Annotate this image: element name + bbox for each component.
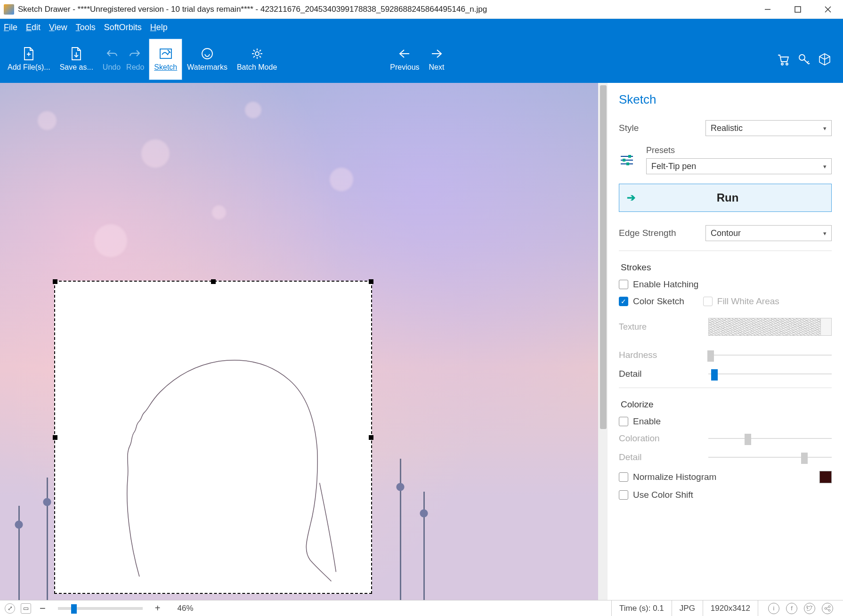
status-format: JPG <box>672 600 703 616</box>
maximize-button[interactable] <box>783 0 813 19</box>
sidebar-panel: Sketch Style Realistic ▾ Presets Felt-Ti… <box>608 83 843 600</box>
sketch-label: Sketch <box>154 63 177 72</box>
style-select[interactable]: Realistic ▾ <box>705 120 832 136</box>
toolbar: Add File(s)... Save as... Undo Redo Sket… <box>0 36 843 83</box>
batch-button[interactable]: Batch Mode <box>232 39 282 80</box>
svg-point-18 <box>828 609 830 611</box>
info-icon[interactable]: i <box>768 603 779 614</box>
facebook-icon[interactable]: f <box>786 603 797 614</box>
enable-hatching-checkbox[interactable] <box>619 280 628 289</box>
menu-tools[interactable]: Tools <box>76 23 96 32</box>
cube-icon[interactable] <box>818 52 832 66</box>
undo-label: Undo <box>103 63 121 72</box>
color-shift-label: Use Color Shift <box>633 490 693 500</box>
add-file-icon <box>22 47 36 61</box>
svg-rect-13 <box>623 159 625 162</box>
chevron-down-icon: ▾ <box>823 125 827 132</box>
svg-rect-15 <box>626 162 629 165</box>
color-sketch-label: Color Sketch <box>633 296 684 307</box>
zoom-fit-icon[interactable]: ⤢ <box>5 603 15 614</box>
add-files-button[interactable]: Add File(s)... <box>3 39 55 80</box>
batch-label: Batch Mode <box>237 63 277 72</box>
vertical-scrollbar[interactable] <box>598 83 608 600</box>
sketch-selection[interactable] <box>54 281 372 594</box>
zoom-slider-thumb[interactable] <box>71 604 77 614</box>
colorize-enable-checkbox[interactable] <box>619 417 628 426</box>
detail-slider[interactable] <box>708 369 832 379</box>
add-files-label: Add File(s)... <box>8 63 50 72</box>
watermarks-button[interactable]: Watermarks <box>182 39 232 80</box>
svg-point-16 <box>828 606 830 608</box>
gear-icon <box>250 47 264 61</box>
menu-edit[interactable]: Edit <box>26 23 41 32</box>
scrollbar-thumb[interactable] <box>600 85 607 429</box>
window-title: Sketch Drawer - ****Unregistered version… <box>18 5 753 14</box>
save-as-button[interactable]: Save as... <box>55 39 98 80</box>
run-button[interactable]: ➔ Run <box>619 184 832 212</box>
chevron-down-icon: ▾ <box>823 230 827 237</box>
svg-point-5 <box>202 49 212 59</box>
fill-white-checkbox <box>703 297 713 306</box>
edge-strength-label: Edge Strength <box>619 228 699 238</box>
zoom-in-button[interactable]: + <box>152 603 163 614</box>
minimize-button[interactable] <box>753 0 783 19</box>
watermark-icon <box>200 47 214 61</box>
status-time: Time (s): 0.1 <box>611 600 672 616</box>
coloration-label: Coloration <box>619 433 699 444</box>
zoom-slider[interactable] <box>58 607 143 610</box>
app-icon <box>4 4 14 15</box>
zoom-value: 46% <box>178 604 194 613</box>
svg-rect-4 <box>160 49 171 58</box>
previous-button[interactable]: Previous <box>385 39 424 80</box>
key-icon[interactable] <box>797 52 811 66</box>
color-sketch-checkbox[interactable]: ✓ <box>619 297 628 306</box>
strokes-heading: Strokes <box>619 262 832 273</box>
canvas-area[interactable] <box>0 83 608 600</box>
save-as-label: Save as... <box>60 63 93 72</box>
coloration-slider[interactable] <box>708 434 832 443</box>
color-shift-checkbox[interactable] <box>619 490 628 500</box>
zoom-out-button[interactable]: − <box>37 602 49 615</box>
style-label: Style <box>619 123 699 133</box>
texture-label: Texture <box>619 322 699 332</box>
close-button[interactable] <box>813 0 843 19</box>
normalize-checkbox[interactable] <box>619 472 628 482</box>
statusbar: ⤢ ▭ − + 46% Time (s): 0.1 JPG 1920x3412 … <box>0 600 843 616</box>
arrow-right-icon <box>430 47 444 61</box>
watermarks-label: Watermarks <box>187 63 227 72</box>
hardness-slider[interactable] <box>708 350 832 360</box>
menu-file[interactable]: File <box>4 23 17 32</box>
titlebar: Sketch Drawer - ****Unregistered version… <box>0 0 843 19</box>
presets-icon[interactable] <box>619 152 635 168</box>
redo-label: Redo <box>126 63 144 72</box>
menu-help[interactable]: Help <box>150 23 168 32</box>
fill-white-label: Fill White Areas <box>717 296 779 307</box>
share-icon[interactable] <box>822 603 833 614</box>
menu-view[interactable]: View <box>49 23 67 32</box>
cart-icon[interactable] <box>776 52 790 66</box>
zoom-actual-icon[interactable]: ▭ <box>21 603 31 614</box>
twitter-icon[interactable] <box>804 603 815 614</box>
arrow-left-icon <box>397 47 412 61</box>
sketch-button[interactable]: Sketch <box>149 39 182 80</box>
menu-softorbits[interactable]: SoftOrbits <box>104 23 142 32</box>
run-arrow-icon: ➔ <box>627 192 635 204</box>
colorize-detail-label: Detail <box>619 452 699 462</box>
next-button[interactable]: Next <box>424 39 449 80</box>
texture-select[interactable] <box>708 318 832 336</box>
status-dimensions: 1920x3412 <box>703 600 758 616</box>
edge-strength-select[interactable]: Contour ▾ <box>705 225 832 241</box>
redo-button[interactable]: Redo <box>122 39 149 80</box>
sketch-outline <box>55 282 371 593</box>
svg-rect-1 <box>795 7 801 12</box>
color-swatch[interactable] <box>819 471 832 483</box>
colorize-enable-label: Enable <box>633 416 661 427</box>
menubar: File Edit View Tools SoftOrbits Help <box>0 19 843 36</box>
redo-icon <box>128 47 142 61</box>
presets-label: Presets <box>646 146 832 155</box>
presets-select[interactable]: Felt-Tip pen ▾ <box>646 158 832 174</box>
svg-point-8 <box>786 63 788 65</box>
colorize-detail-slider[interactable] <box>708 453 832 462</box>
panel-title: Sketch <box>619 92 832 107</box>
detail-label: Detail <box>619 369 699 379</box>
